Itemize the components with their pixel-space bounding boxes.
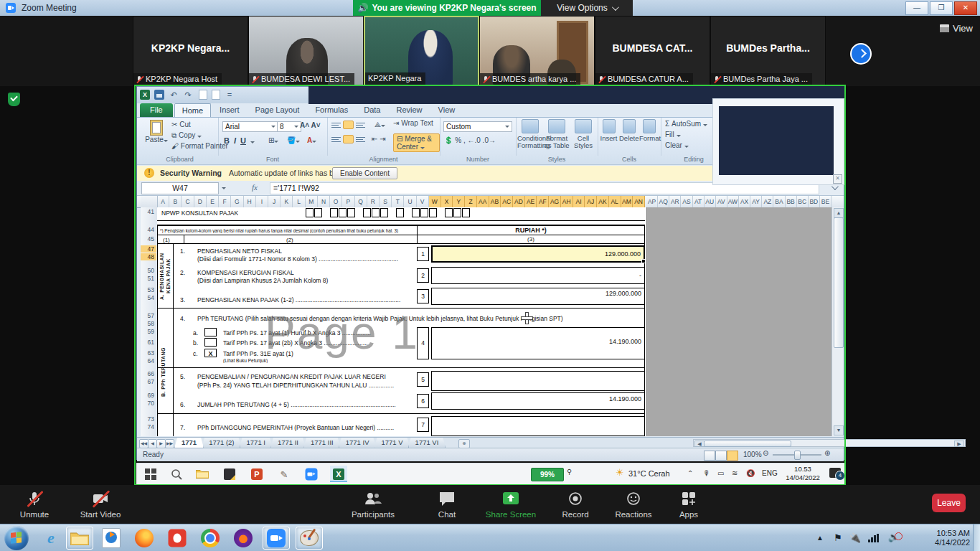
insert-function-icon[interactable]: fx: [252, 183, 258, 192]
column-header-AS[interactable]: AS: [681, 196, 692, 207]
tray-wifi-icon[interactable]: ≋: [732, 469, 738, 477]
page-break-view-button[interactable]: [727, 451, 738, 461]
column-header-AY[interactable]: AY: [750, 196, 762, 207]
column-header-AD[interactable]: AD: [513, 196, 525, 207]
next-videos-button[interactable]: [850, 43, 872, 65]
sheet-tab-1771II[interactable]: 1771 II: [270, 438, 306, 448]
chat-button[interactable]: Chat: [427, 491, 467, 519]
row-header-41[interactable]: 41: [141, 208, 156, 215]
column-header-I[interactable]: I: [256, 196, 268, 207]
item2-amount-cell[interactable]: -: [431, 267, 645, 284]
item4a-checkbox[interactable]: [204, 328, 217, 336]
fill-color-button[interactable]: 🪣: [287, 136, 300, 144]
view-options-button[interactable]: View Options: [541, 0, 633, 16]
unmute-button[interactable]: Unmute: [13, 491, 56, 519]
row-header-53[interactable]: 53: [141, 286, 156, 293]
column-header-BC[interactable]: BC: [797, 196, 809, 207]
row-header-58[interactable]: 58: [141, 320, 156, 327]
row-header-66[interactable]: 66: [141, 370, 156, 377]
column-header-AV[interactable]: AV: [716, 196, 727, 207]
column-header-AQ[interactable]: AQ: [658, 196, 669, 207]
cell-styles-button[interactable]: Cell Styles: [570, 119, 596, 149]
column-header-AL[interactable]: AL: [609, 196, 621, 207]
tray-language[interactable]: ENG: [762, 469, 778, 477]
item6-amount-cell[interactable]: 14.190.000: [431, 392, 645, 410]
network-signal-icon[interactable]: [868, 534, 880, 542]
format-cells-button[interactable]: Format: [639, 119, 659, 142]
row-header-57[interactable]: 57: [141, 312, 156, 319]
row-header-73[interactable]: 73: [141, 415, 156, 423]
orientation-button[interactable]: ⟁: [374, 121, 385, 129]
item3-amount-cell[interactable]: 129.000.000: [431, 288, 645, 305]
undo-icon[interactable]: ↶: [169, 90, 179, 100]
horizontal-scroll-thumb[interactable]: [704, 441, 791, 447]
share-screen-button[interactable]: Share Screen: [482, 491, 540, 519]
column-header-AG[interactable]: AG: [549, 196, 561, 207]
reactions-button[interactable]: Reactions: [608, 491, 659, 519]
select-all-corner[interactable]: [141, 196, 158, 207]
floating-video-panel[interactable]: ✕: [712, 98, 844, 185]
tray-volume-muted-icon[interactable]: 🔇: [746, 469, 755, 477]
column-header-AX[interactable]: AX: [739, 196, 750, 207]
column-header-P[interactable]: P: [342, 196, 354, 207]
column-header-AM[interactable]: AM: [621, 196, 633, 207]
start-video-button[interactable]: Start Video: [75, 491, 126, 519]
minimize-button[interactable]: —: [905, 1, 928, 15]
ribbon-tab-view[interactable]: View: [431, 103, 463, 117]
inner-powerpoint-icon[interactable]: P: [248, 466, 265, 482]
column-header-AA[interactable]: AA: [477, 196, 489, 207]
row-header-74[interactable]: 74: [141, 423, 156, 430]
redo-icon[interactable]: ↷: [183, 90, 193, 100]
sheet-tab-17712[interactable]: 1771 (2): [202, 438, 241, 448]
zoom-out-button[interactable]: ⊖: [763, 449, 768, 457]
autosum-button[interactable]: Σ AutoSum: [665, 120, 707, 128]
sheet-tab-1771VI[interactable]: 1771 VI: [408, 438, 446, 448]
zoom-in-button[interactable]: ⊕: [824, 449, 830, 457]
column-header-BD[interactable]: BD: [809, 196, 820, 207]
paste-button[interactable]: Paste: [144, 120, 169, 143]
sheet-tab-1771I[interactable]: 1771 I: [240, 438, 273, 448]
video-tile[interactable]: BUMDESA CAT...BUMDESA CATUR A...: [595, 16, 710, 86]
grow-shrink-font-buttons[interactable]: A˄ A˅: [300, 121, 321, 129]
column-header-L[interactable]: L: [293, 196, 305, 207]
scroll-up-arrow[interactable]: ▲: [834, 208, 844, 218]
column-header-BE[interactable]: BE: [820, 196, 831, 207]
inner-clock[interactable]: 10.5314/04/2022: [781, 465, 825, 482]
notification-icon[interactable]: 4: [829, 468, 841, 478]
column-header-J[interactable]: J: [268, 196, 281, 207]
border-button[interactable]: ⊞: [268, 136, 278, 144]
column-header-C[interactable]: C: [182, 196, 194, 207]
column-header-G[interactable]: G: [231, 196, 243, 207]
font-color-button[interactable]: A: [307, 136, 316, 144]
inner-pen-app-icon[interactable]: ✎: [275, 466, 293, 482]
show-desktop-button[interactable]: [973, 524, 980, 551]
name-box[interactable]: W47: [141, 182, 219, 194]
save-icon[interactable]: [154, 90, 164, 100]
item4-amount-cell[interactable]: 14.190.000: [431, 327, 645, 359]
inner-excel-icon[interactable]: X: [330, 466, 347, 482]
system-clock[interactable]: 10:53 AM4/14/2022: [935, 529, 970, 547]
number-format-buttons[interactable]: 💲 % , ←.0 .0→: [444, 136, 496, 144]
inner-search-icon[interactable]: [168, 466, 185, 482]
column-header-AF[interactable]: AF: [537, 196, 549, 207]
new-document-icon[interactable]: [199, 90, 207, 100]
view-button[interactable]: View: [940, 23, 973, 34]
column-header-O[interactable]: O: [330, 196, 342, 207]
column-header-AP[interactable]: AP: [646, 196, 658, 207]
column-header-X[interactable]: X: [441, 196, 453, 207]
video-tile[interactable]: KP2KP Negara: [364, 16, 479, 86]
column-header-R[interactable]: R: [367, 196, 380, 207]
column-header-AB[interactable]: AB: [489, 196, 501, 207]
ribbon-tab-formulas[interactable]: Formulas: [308, 103, 355, 117]
column-header-N[interactable]: N: [318, 196, 330, 207]
number-format-combo[interactable]: Custom: [443, 121, 512, 132]
start-button[interactable]: [4, 526, 29, 550]
excel-logo-icon[interactable]: X: [140, 90, 150, 100]
vertical-scrollbar[interactable]: ▲ ▼: [831, 207, 844, 436]
row-header-51[interactable]: 51: [141, 275, 156, 282]
vertical-align-buttons[interactable]: [331, 121, 367, 131]
page-layout-view-button[interactable]: [715, 451, 727, 461]
item7-amount-cell[interactable]: [431, 416, 645, 436]
column-header-BA[interactable]: BA: [773, 196, 785, 207]
scroll-left-arrow[interactable]: ◀: [694, 441, 705, 447]
